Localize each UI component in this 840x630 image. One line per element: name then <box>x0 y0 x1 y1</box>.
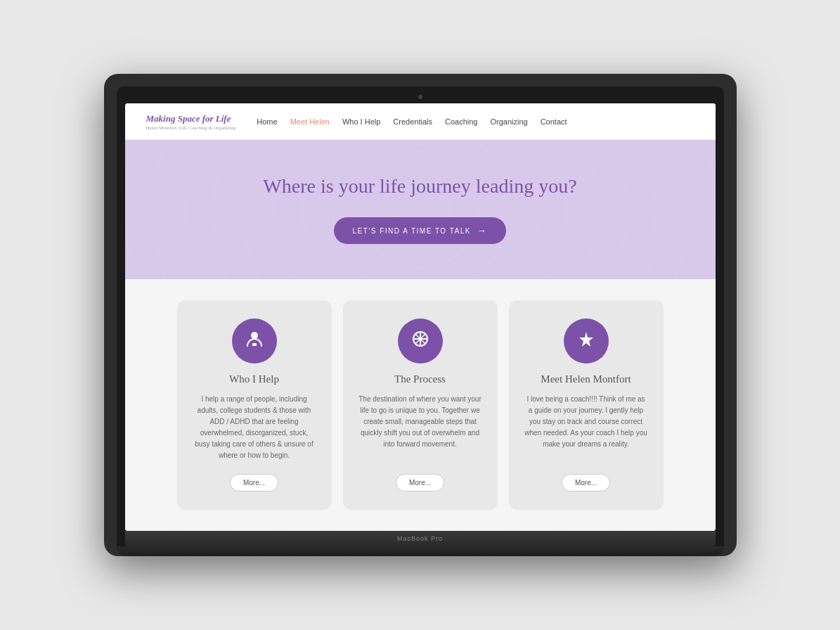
svg-rect-1 <box>252 343 257 346</box>
logo-sub: Helen Montfort, Life Coaching & Organizi… <box>146 125 236 131</box>
nav-organizing[interactable]: Organizing <box>490 117 527 126</box>
card-button-1[interactable]: More... <box>230 474 278 491</box>
logo: Making Space for Life Helen Montfort, Li… <box>146 112 236 131</box>
svg-point-0 <box>251 332 258 339</box>
card-text-2: The destination of where you want your l… <box>358 394 482 461</box>
website: Making Space for Life Helen Montfort, Li… <box>125 103 716 531</box>
card-title-2: The Process <box>394 373 446 385</box>
nav-who-i-help[interactable]: Who I Help <box>342 117 380 126</box>
cta-button-label: LET'S FIND A TIME TO TALK <box>352 227 471 235</box>
nav: Making Space for Life Helen Montfort, Li… <box>125 103 716 140</box>
person-icon <box>245 329 264 354</box>
card-icon-circle-2 <box>398 319 443 364</box>
card-icon-circle-3 <box>564 319 609 364</box>
hero-section: Where is your life journey leading you? … <box>125 140 716 279</box>
card-text-3: I love being a coach!!!! Think of me as … <box>524 394 648 461</box>
svg-marker-8 <box>579 332 593 347</box>
laptop-bottom <box>117 546 724 556</box>
card-icon-circle-1 <box>232 319 277 364</box>
arrow-icon: → <box>477 225 488 236</box>
card-title-1: Who I Help <box>229 373 279 385</box>
nav-links: Home Meet Helen Who I Help Credentials C… <box>257 117 567 126</box>
laptop-brand: MacBook Pro <box>397 535 443 542</box>
card-meet-helen: Meet Helen Montfort I love being a coach… <box>509 300 664 510</box>
screen: Making Space for Life Helen Montfort, Li… <box>125 103 716 531</box>
card-process: The Process The destination of where you… <box>343 300 498 510</box>
nav-credentials[interactable]: Credentials <box>393 117 432 126</box>
cards-section: Who I Help I help a range of people, inc… <box>125 279 716 531</box>
laptop-base: MacBook Pro <box>125 531 716 546</box>
cta-button[interactable]: LET'S FIND A TIME TO TALK → <box>334 217 505 244</box>
laptop-frame: Making Space for Life Helen Montfort, Li… <box>104 74 737 556</box>
card-button-3[interactable]: More... <box>562 474 610 491</box>
nav-home[interactable]: Home <box>257 117 277 126</box>
card-button-2[interactable]: More... <box>396 474 444 491</box>
camera <box>418 95 422 99</box>
logo-main: Making Space for Life <box>146 113 231 124</box>
nav-meet-helen[interactable]: Meet Helen <box>290 117 330 126</box>
process-icon <box>411 329 430 354</box>
card-title-3: Meet Helen Montfort <box>541 373 631 385</box>
card-text-1: I help a range of people, including adul… <box>193 394 316 461</box>
card-who-i-help: Who I Help I help a range of people, inc… <box>177 300 332 510</box>
nav-contact[interactable]: Contact <box>541 117 567 126</box>
screen-bezel: Making Space for Life Helen Montfort, Li… <box>117 86 724 546</box>
hero-title: Where is your life journey leading you? <box>139 175 702 198</box>
star-icon <box>576 329 596 354</box>
nav-coaching[interactable]: Coaching <box>445 117 477 126</box>
hero-pattern <box>125 140 716 279</box>
